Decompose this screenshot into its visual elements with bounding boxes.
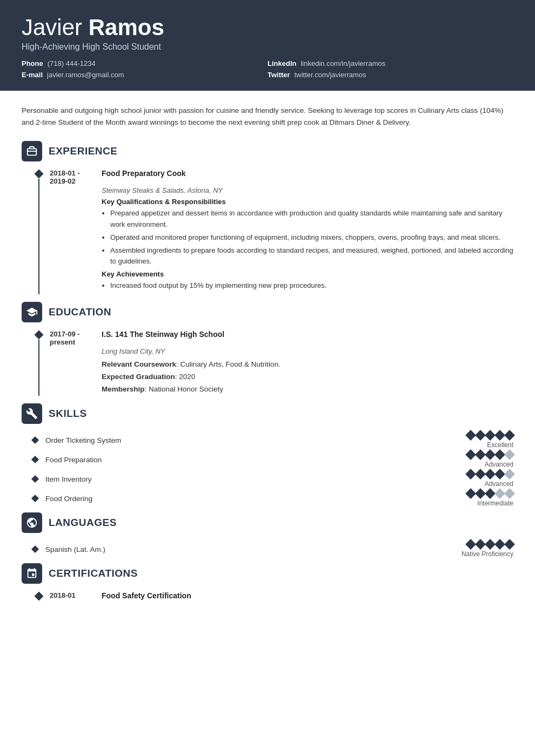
resume-header: Javier Ramos High-Achieving High School … bbox=[0, 0, 535, 91]
skill-diamond-2 bbox=[31, 475, 39, 483]
education-entry-content-1: 2017-09 -present I.S. 141 The Steinway H… bbox=[45, 330, 513, 396]
dot-2-4 bbox=[494, 469, 505, 480]
skill-dots-2: Advanced bbox=[449, 470, 513, 488]
phone-value: (718) 444-1234 bbox=[48, 59, 96, 68]
skill-level-0: Excellent bbox=[487, 441, 513, 449]
language-icon-svg bbox=[26, 517, 38, 529]
exp-date-1: 2018-01 -2019-02 bbox=[50, 169, 93, 185]
skill-diamond-1 bbox=[31, 456, 39, 463]
skill-diamond-3 bbox=[31, 495, 39, 502]
education-timeline: 2017-09 -present I.S. 141 The Steinway H… bbox=[22, 330, 513, 396]
languages-header: LANGUAGES bbox=[22, 512, 513, 534]
dots-row-1 bbox=[467, 451, 513, 458]
lang-bullet-0 bbox=[32, 546, 45, 552]
lang-dot-0-5 bbox=[504, 539, 515, 550]
phone-label: Phone bbox=[22, 59, 43, 68]
dots-row-3 bbox=[467, 490, 513, 497]
exp-qual-bullet-3: Assembled ingredients to prepare foods a… bbox=[110, 245, 513, 267]
dot-2-5 bbox=[504, 469, 515, 480]
exp-qual-label: Key Qualifications & Responsibilities bbox=[102, 198, 513, 206]
dots-row-0 bbox=[467, 431, 513, 439]
dot-1-4 bbox=[494, 449, 505, 460]
skill-row-0: Order Ticketing System Excellent bbox=[22, 431, 513, 449]
exp-company-1: Steinway Steaks & Salads, Astoria, NY bbox=[102, 186, 513, 194]
education-section: EDUCATION 2017-09 -present I.S. 141 The … bbox=[22, 302, 513, 396]
dot-0-5 bbox=[504, 430, 515, 441]
skills-list: Order Ticketing System Excellent bbox=[22, 431, 513, 507]
lang-dots-row-0 bbox=[467, 541, 513, 548]
skills-header: SKILLS bbox=[22, 403, 513, 425]
edu-location-1: Long Island City, NY bbox=[102, 347, 513, 355]
dots-row-2 bbox=[467, 470, 513, 478]
cert-bullet-0 bbox=[32, 591, 45, 601]
education-icon bbox=[22, 302, 42, 322]
dot-0-2 bbox=[475, 430, 486, 441]
experience-title: EXPERIENCE bbox=[49, 145, 117, 157]
contact-phone: Phone (718) 444-1234 bbox=[22, 59, 268, 68]
cert-date-0: 2018-01 bbox=[50, 591, 93, 600]
skill-row-3: Food Ordering Intermediate bbox=[22, 490, 513, 507]
experience-timeline: 2018-01 -2019-02 Food Preparatory Cook S… bbox=[22, 169, 513, 294]
certifications-timeline: 2018-01 Food Safety Certification bbox=[22, 591, 513, 601]
exp-ach-bullets: Increased food output by 15% by implemen… bbox=[102, 280, 513, 291]
exp-ach-label: Key Achievements bbox=[102, 270, 513, 278]
dot-3-3 bbox=[485, 488, 496, 499]
linkedin-value: linkedin.com/in/javierramos bbox=[300, 59, 385, 68]
last-name: Ramos bbox=[89, 15, 164, 40]
diamond-icon-edu bbox=[35, 330, 44, 340]
timeline-bullet-edu-1 bbox=[32, 330, 45, 396]
skills-icon bbox=[22, 403, 42, 424]
experience-entry-1: 2018-01 -2019-02 Food Preparatory Cook S… bbox=[32, 169, 513, 294]
skill-dots-1: Advanced bbox=[449, 451, 513, 468]
certificate-icon-svg bbox=[26, 568, 38, 579]
lang-diamond-0 bbox=[31, 545, 39, 553]
education-title: EDUCATION bbox=[49, 306, 111, 318]
languages-icon bbox=[22, 512, 42, 533]
dot-2-2 bbox=[475, 469, 486, 480]
linkedin-label: LinkedIn bbox=[268, 59, 296, 68]
skill-dots-0: Excellent bbox=[449, 431, 513, 449]
certifications-section: CERTIFICATIONS 2018-01 Food Safety Certi… bbox=[22, 563, 513, 601]
experience-section: EXPERIENCE 2018-01 -2019-02 Food Prepara… bbox=[22, 141, 513, 294]
lang-name-0: Spanish (Lat. Am.) bbox=[45, 545, 449, 554]
certifications-header: CERTIFICATIONS bbox=[22, 563, 513, 585]
dot-1-1 bbox=[465, 449, 476, 460]
contacts-grid: Phone (718) 444-1234 LinkedIn linkedin.c… bbox=[22, 59, 513, 79]
professional-title: High-Achieving High School Student bbox=[22, 42, 513, 52]
briefcase-icon bbox=[26, 145, 38, 157]
lang-dot-0-2 bbox=[475, 539, 486, 550]
contact-email: E-mail javier.ramos@gmail.com bbox=[22, 71, 268, 79]
cert-entry-0: 2018-01 Food Safety Certification bbox=[32, 591, 513, 601]
edu-school-1: I.S. 141 The Steinway High School bbox=[102, 330, 224, 346]
contact-twitter: Twitter twitter.com/javierramos bbox=[268, 71, 513, 79]
dot-3-1 bbox=[465, 488, 476, 499]
email-value: javier.ramos@gmail.com bbox=[47, 71, 124, 79]
education-header: EDUCATION bbox=[22, 302, 513, 323]
contact-linkedin: LinkedIn linkedin.com/in/javierramos bbox=[268, 59, 513, 68]
diamond-icon bbox=[35, 170, 44, 179]
cert-date-title-0: 2018-01 Food Safety Certification bbox=[50, 591, 513, 600]
dot-2-1 bbox=[465, 469, 476, 480]
skill-bullet-0 bbox=[32, 437, 45, 443]
skill-level-2: Advanced bbox=[485, 480, 513, 488]
exp-qual-bullets: Prepared appetizer and dessert items in … bbox=[102, 208, 513, 267]
skills-icon-svg bbox=[26, 408, 38, 420]
first-name: Javier bbox=[22, 15, 82, 40]
dot-1-3 bbox=[485, 449, 496, 460]
skill-level-3: Intermediate bbox=[477, 500, 513, 507]
languages-list: Spanish (Lat. Am.) Native Proficiency bbox=[22, 541, 513, 558]
dot-0-1 bbox=[465, 430, 476, 441]
skill-bullet-3 bbox=[32, 496, 45, 501]
email-label: E-mail bbox=[22, 71, 43, 79]
edu-info-1: Relevant Coursework: Culinary Arts, Food… bbox=[102, 359, 513, 396]
summary-text: Personable and outgoing high school juni… bbox=[22, 102, 513, 131]
dot-0-4 bbox=[494, 430, 505, 441]
languages-title: LANGUAGES bbox=[49, 517, 117, 529]
skill-level-1: Advanced bbox=[485, 461, 513, 468]
dot-2-3 bbox=[485, 469, 496, 480]
skills-section: SKILLS Order Ticketing System Exc bbox=[22, 403, 513, 507]
timeline-line-edu bbox=[38, 340, 39, 396]
cert-diamond-0 bbox=[35, 592, 44, 601]
skill-name-2: Item Inventory bbox=[45, 475, 449, 483]
experience-entry-content-1: 2018-01 -2019-02 Food Preparatory Cook S… bbox=[45, 169, 513, 294]
